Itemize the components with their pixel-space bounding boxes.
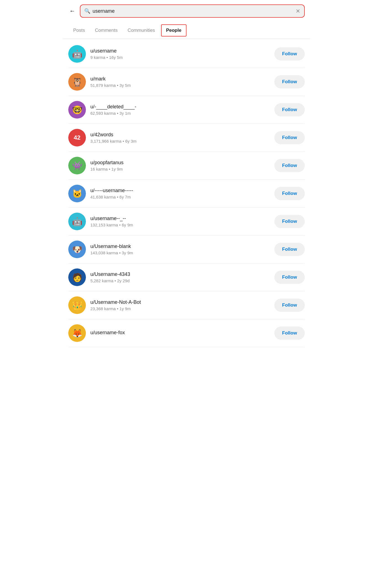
avatar: 🦉	[68, 73, 86, 91]
back-button[interactable]: ←	[68, 6, 77, 16]
header: ← 🔍 ✕	[63, 0, 310, 22]
avatar: 🧑	[68, 268, 86, 286]
tab-communities[interactable]: Communities	[123, 22, 160, 39]
user-info: u/username-fox	[90, 330, 270, 337]
user-row: 🦊 u/username-fox Follow	[68, 319, 305, 347]
follow-button[interactable]: Follow	[274, 299, 305, 312]
tab-people[interactable]: People	[161, 24, 187, 36]
tab-posts[interactable]: Posts	[68, 22, 90, 39]
user-list: 🤖 u/username 9 karma • 16y 5m Follow 🦉 u…	[63, 40, 310, 347]
user-name: u/Username-blank	[90, 244, 270, 249]
user-name: u/42words	[90, 132, 270, 138]
user-meta: 9 karma • 16y 5m	[90, 55, 270, 60]
user-meta: 5,282 karma • 2y 29d	[90, 278, 270, 283]
user-meta: 16 karma • 1y 9m	[90, 167, 270, 171]
follow-button[interactable]: Follow	[274, 215, 305, 228]
avatar: 🤖	[68, 45, 86, 63]
follow-button[interactable]: Follow	[274, 131, 305, 144]
user-meta: 143,038 karma • 3y 9m	[90, 250, 270, 255]
avatar: 42	[68, 129, 86, 147]
avatar: 🐶	[68, 241, 86, 258]
user-row: 42 u/42words 3,171,966 karma • 6y 3m Fol…	[68, 124, 305, 152]
user-row: 🐱 u/-----username----- 41,638 karma • 6y…	[68, 180, 305, 208]
tab-comments[interactable]: Comments	[90, 22, 123, 39]
avatar: 👑	[68, 296, 86, 314]
user-name: u/mark	[90, 76, 270, 82]
user-info: u/Username-Not-A-Bot 23,368 karma • 1y 9…	[90, 299, 270, 311]
tabs-bar: Posts Comments Communities People	[63, 22, 310, 39]
follow-button[interactable]: Follow	[274, 75, 305, 88]
user-name: u/Username-Not-A-Bot	[90, 299, 270, 305]
user-row: 👾 u/poopfartanus 16 karma • 1y 9m Follow	[68, 152, 305, 180]
clear-search-button[interactable]: ✕	[296, 8, 300, 14]
user-meta: 51,879 karma • 3y 5m	[90, 83, 270, 88]
user-name: u/username--_--	[90, 216, 270, 221]
follow-button[interactable]: Follow	[274, 47, 305, 61]
follow-button[interactable]: Follow	[274, 271, 305, 284]
search-icon: 🔍	[84, 8, 90, 14]
avatar: 🦊	[68, 324, 86, 342]
avatar: 👾	[68, 157, 86, 174]
user-meta: 132,153 karma • 6y 9m	[90, 223, 270, 227]
avatar: 🤓	[68, 101, 86, 119]
user-meta: 62,593 karma • 3y 1m	[90, 111, 270, 116]
user-name: u/username	[90, 48, 270, 54]
user-info: u/-____deleted____- 62,593 karma • 3y 1m	[90, 104, 270, 116]
avatar: 🤖	[68, 213, 86, 230]
follow-button[interactable]: Follow	[274, 187, 305, 200]
search-bar-container: 🔍 ✕	[80, 4, 305, 18]
user-name: u/Username-4343	[90, 271, 270, 277]
follow-button[interactable]: Follow	[274, 103, 305, 116]
user-info: u/Username-blank 143,038 karma • 3y 9m	[90, 244, 270, 255]
user-name: u/-----username-----	[90, 188, 270, 194]
user-info: u/Username-4343 5,282 karma • 2y 29d	[90, 271, 270, 283]
user-meta: 3,171,966 karma • 6y 3m	[90, 139, 270, 143]
avatar: 🐱	[68, 185, 86, 202]
user-row: 🐶 u/Username-blank 143,038 karma • 3y 9m…	[68, 236, 305, 263]
user-info: u/-----username----- 41,638 karma • 6y 7…	[90, 188, 270, 199]
user-meta: 41,638 karma • 6y 7m	[90, 195, 270, 199]
user-row: 🤓 u/-____deleted____- 62,593 karma • 3y …	[68, 96, 305, 124]
follow-button[interactable]: Follow	[274, 159, 305, 172]
user-row: 👑 u/Username-Not-A-Bot 23,368 karma • 1y…	[68, 291, 305, 319]
close-icon: ✕	[296, 8, 300, 14]
user-name: u/username-fox	[90, 330, 270, 336]
user-row: 🧑 u/Username-4343 5,282 karma • 2y 29d F…	[68, 263, 305, 291]
user-row: 🤖 u/username 9 karma • 16y 5m Follow	[68, 40, 305, 68]
user-info: u/username 9 karma • 16y 5m	[90, 48, 270, 60]
user-name: u/-____deleted____-	[90, 104, 270, 110]
follow-button[interactable]: Follow	[274, 243, 305, 256]
user-info: u/mark 51,879 karma • 3y 5m	[90, 76, 270, 88]
user-row: 🤖 u/username--_-- 132,153 karma • 6y 9m …	[68, 208, 305, 236]
follow-button[interactable]: Follow	[274, 326, 305, 340]
user-info: u/poopfartanus 16 karma • 1y 9m	[90, 160, 270, 171]
user-name: u/poopfartanus	[90, 160, 270, 166]
user-row: 🦉 u/mark 51,879 karma • 3y 5m Follow	[68, 68, 305, 96]
back-arrow-icon: ←	[69, 7, 75, 15]
search-input[interactable]	[93, 8, 293, 14]
user-info: u/username--_-- 132,153 karma • 6y 9m	[90, 216, 270, 227]
user-info: u/42words 3,171,966 karma • 6y 3m	[90, 132, 270, 143]
user-meta: 23,368 karma • 1y 9m	[90, 306, 270, 311]
